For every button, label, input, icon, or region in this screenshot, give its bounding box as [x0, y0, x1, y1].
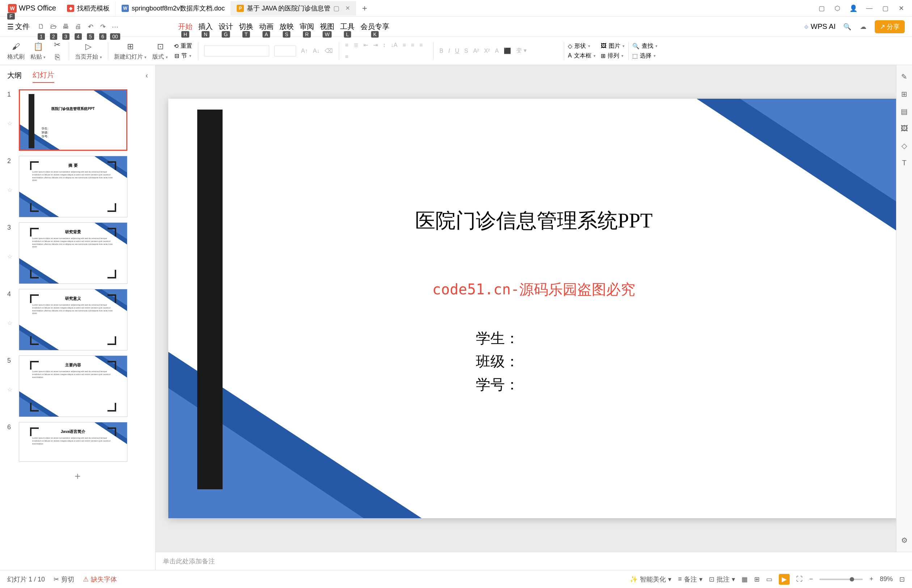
star-icon[interactable]: ☆ [7, 386, 14, 393]
slide-thumb-2[interactable]: 摘 要 Lorem ipsum dolor sit amet consectet… [19, 156, 127, 217]
pencil-icon[interactable]: ✎ [901, 72, 907, 81]
close-window-icon[interactable]: ✕ [897, 4, 906, 13]
paste-group[interactable]: 📋粘贴 ▾ [28, 41, 48, 61]
decrease-font-icon[interactable]: A↓ [313, 48, 319, 54]
highlight-icon[interactable]: ⬛ [504, 47, 511, 54]
save-icon[interactable]: 🖶3 [61, 22, 71, 32]
tab-outline[interactable]: 大纲 [7, 68, 22, 82]
maximize-icon[interactable]: ▢ [881, 4, 889, 13]
wps-ai-button[interactable]: ⟐WPS AI [804, 23, 836, 31]
window-icon[interactable]: ▢ [817, 4, 826, 13]
fullscreen-icon[interactable]: ⛶ [796, 575, 803, 583]
more-icon[interactable]: ⋯00 [110, 22, 120, 32]
menu-slideshow[interactable]: 放映S [278, 19, 295, 34]
zoom-thumb[interactable] [850, 577, 854, 582]
italic-icon[interactable]: I [449, 48, 450, 54]
align-center-icon[interactable]: ≡ [411, 42, 415, 48]
increase-font-icon[interactable]: A↑ [301, 48, 308, 54]
align-justify-icon[interactable]: ≡ [345, 53, 348, 60]
settings-icon[interactable]: ⚙ [901, 536, 908, 544]
new-slide-group[interactable]: ⊞新建幻灯片 ▾ [112, 41, 149, 61]
star-icon[interactable]: ☆ [7, 320, 14, 326]
image-tool-icon[interactable]: 🖼 [901, 124, 908, 133]
bullet-list-icon[interactable]: ≡ [345, 42, 348, 48]
zoom-out-icon[interactable]: − [809, 575, 813, 583]
zoom-value[interactable]: 89% [880, 575, 893, 583]
tab-doc[interactable]: W springbootf8m2v数据库文档.doc [116, 1, 231, 16]
layout-group[interactable]: ⊡版式 ▾ [150, 41, 170, 61]
shape-button[interactable]: ◇ 形状 ▾ [568, 42, 596, 50]
add-tab-button[interactable]: + [356, 3, 373, 13]
add-slide-button[interactable]: + [7, 467, 148, 486]
line-spacing-icon[interactable]: ↕ [383, 42, 386, 48]
text-tool-icon[interactable]: T [902, 159, 906, 167]
font-family-select[interactable] [204, 45, 269, 57]
close-icon[interactable]: ✕ [345, 5, 350, 11]
indent-left-icon[interactable]: ⇤ [363, 42, 368, 48]
view-sorter-icon[interactable]: ⊞ [754, 575, 760, 583]
slide-thumb-6[interactable]: Java语言简介 Lorem ipsum dolor sit amet cons… [19, 422, 127, 462]
align-left-icon[interactable]: ≡ [402, 42, 406, 48]
star-icon[interactable]: ☆ [7, 253, 14, 260]
avatar-icon[interactable]: 👤 [849, 4, 858, 13]
view-reading-icon[interactable]: ▭ [766, 575, 772, 583]
star-icon[interactable]: ☆ [7, 187, 14, 194]
section-button[interactable]: ⊟ 节 ▾ [175, 52, 191, 60]
tab-ppt[interactable]: P 基于 JAVA 的医院门诊信息管 ▢ ✕ [231, 1, 356, 16]
redo-icon[interactable]: ↷6 [98, 22, 108, 32]
number-list-icon[interactable]: ≣ [353, 42, 358, 48]
beautify-button[interactable]: ✨ 智能美化 ▾ [630, 575, 671, 584]
play-group[interactable]: ▷当页开始 ▾ [73, 41, 104, 61]
menu-design[interactable]: 设计G [217, 19, 235, 34]
star-icon[interactable]: ☆ [7, 120, 14, 127]
slide-thumb-5[interactable]: 主要内容 Lorem ipsum dolor sit amet consecte… [19, 355, 127, 417]
textbox-button[interactable]: A 文本框 ▾ [568, 52, 596, 60]
app-logo[interactable]: W WPS Office [3, 4, 61, 13]
menu-home[interactable]: 开始H [177, 19, 194, 34]
undo-icon[interactable]: ↶5 [86, 22, 96, 32]
search-icon[interactable]: 🔍 [843, 23, 852, 31]
slide-canvas[interactable]: 医院门诊信息管理系统PPT code51.cn-源码乐园盗图必究 学生： 班级：… [168, 99, 899, 518]
image-button[interactable]: 🖼 图片 ▾ [601, 42, 625, 50]
view-normal-icon[interactable]: ▦ [742, 575, 748, 583]
font-color-icon[interactable]: A [495, 48, 499, 54]
layers-icon[interactable]: ▤ [901, 107, 908, 116]
menu-insert[interactable]: 插入N [197, 19, 214, 34]
text-direction-icon[interactable]: ↓A [391, 42, 398, 48]
open-icon[interactable]: 🗁2 [49, 22, 58, 32]
comments-button[interactable]: ⊡ 批注 ▾ [709, 575, 735, 584]
missing-font-warning[interactable]: ⚠ 缺失字体 [83, 575, 117, 584]
shape-tool-icon[interactable]: ◇ [902, 141, 907, 150]
reset-button[interactable]: ⟲ 重置 [174, 42, 192, 50]
slideshow-button[interactable]: ▶ [779, 574, 790, 585]
cloud-icon[interactable]: ☁ [859, 23, 867, 31]
collapse-icon[interactable]: ‹ [146, 71, 148, 79]
slide-info[interactable]: 学生： 班级： 学号： [476, 326, 519, 396]
menu-view[interactable]: 视图W [319, 19, 336, 34]
change-case-icon[interactable]: 变 ▾ [516, 47, 526, 55]
menu-tools[interactable]: 工具L [339, 19, 356, 34]
slide-title[interactable]: 医院门诊信息管理系统PPT [168, 207, 899, 235]
subscript-icon[interactable]: X² [484, 48, 490, 54]
select-button[interactable]: ⬚ 选择 ▾ [632, 52, 658, 60]
strike-icon[interactable]: S [464, 48, 468, 54]
superscript-icon[interactable]: A² [473, 48, 479, 54]
clip-button[interactable]: ✂ 剪切 [53, 575, 74, 584]
minimize-icon[interactable]: — [865, 4, 874, 13]
share-button[interactable]: ↗ 分享 [875, 20, 905, 33]
zoom-in-icon[interactable]: + [869, 575, 873, 583]
find-button[interactable]: 🔍 查找 ▾ [632, 42, 658, 50]
slide-thumb-4[interactable]: 研究意义 Lorem ipsum dolor sit amet consecte… [19, 289, 127, 351]
cube-icon[interactable]: ⬡ [833, 4, 842, 13]
underline-icon[interactable]: U [455, 48, 459, 54]
print-icon[interactable]: 🖨4 [73, 22, 83, 32]
indent-right-icon[interactable]: ⇥ [373, 42, 378, 48]
tab-template[interactable]: ◆ 找稻壳模板 [61, 1, 116, 16]
menu-transition[interactable]: 切换T [237, 19, 255, 34]
fit-icon[interactable]: ⊡ [899, 575, 905, 583]
slide-thumb-1[interactable]: 医院门诊信息管理系统PPT 学生: 班级: 学号: [19, 89, 127, 151]
menu-member[interactable]: 会员专享K [359, 19, 391, 34]
menu-animation[interactable]: 动画A [258, 19, 275, 34]
file-menu[interactable]: ☰文件 F [7, 22, 30, 31]
cut-group[interactable]: ✂⎘ [49, 39, 65, 63]
